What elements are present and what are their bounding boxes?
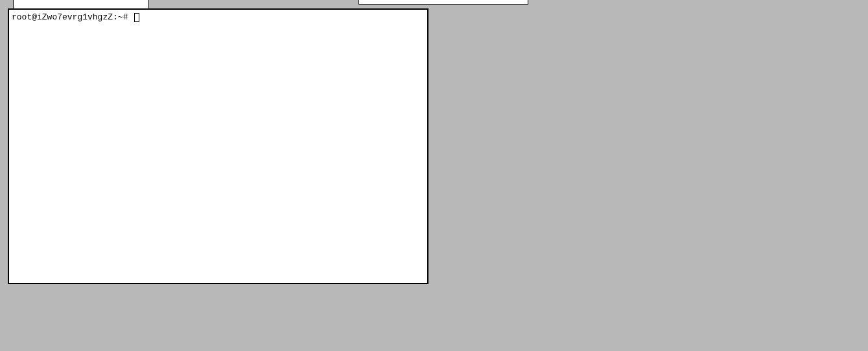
tab-fragment bbox=[13, 0, 149, 8]
terminal-cursor-icon bbox=[134, 13, 139, 22]
top-panel-fragment bbox=[358, 0, 528, 5]
terminal-prompt: root@iZwo7evrg1vhgzZ:~# bbox=[12, 12, 133, 23]
terminal-window[interactable]: root@iZwo7evrg1vhgzZ:~# bbox=[8, 8, 428, 284]
terminal-line: root@iZwo7evrg1vhgzZ:~# bbox=[12, 12, 425, 23]
